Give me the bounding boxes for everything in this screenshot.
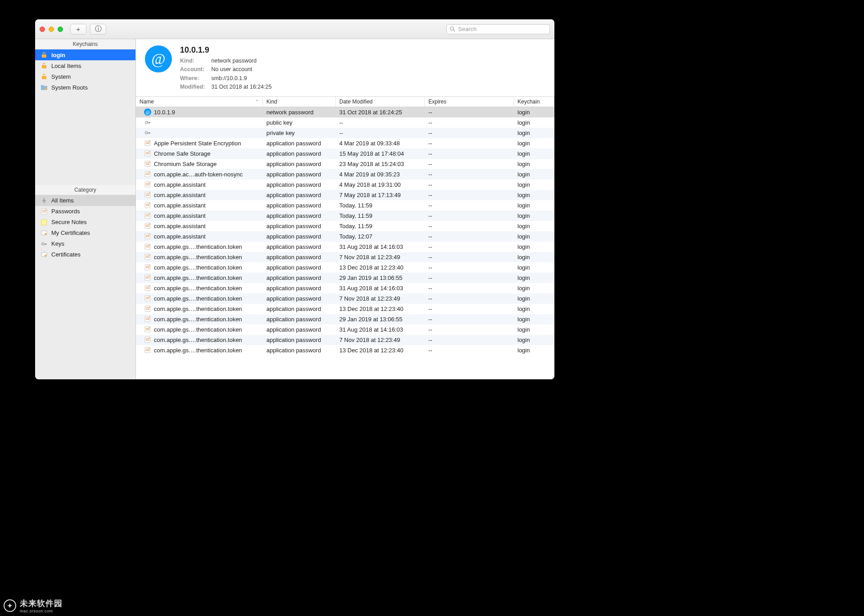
traffic-lights [40, 27, 63, 32]
cert-icon [40, 251, 48, 258]
note-icon [144, 202, 151, 209]
table-row[interactable]: com.apple.gs.…thentication.tokenapplicat… [136, 262, 554, 273]
cell-keychain: login [514, 150, 554, 157]
lock-open-icon [40, 51, 48, 58]
main-pane: @ 10.0.1.9 Kind: network password Accoun… [136, 39, 554, 379]
table-row[interactable]: com.apple.assistantapplication password7… [136, 190, 554, 200]
sticky-icon [40, 219, 48, 226]
cell-keychain: login [514, 171, 554, 178]
cell-name: com.apple.gs.…thentication.token [154, 316, 242, 323]
table-body[interactable]: @10.0.1.9network password31 Oct 2018 at … [136, 107, 554, 380]
cell-name: Chrome Safe Storage [154, 150, 211, 157]
cell-kind: application password [263, 192, 336, 198]
cell-keychain: login [514, 233, 554, 240]
category-item-my-certificates[interactable]: My Certificates [35, 228, 135, 238]
cell-name: com.apple.gs.…thentication.token [154, 274, 242, 281]
keychain-item-login[interactable]: login [35, 49, 135, 60]
cell-kind: application password [263, 254, 336, 261]
search-field[interactable]: Search [446, 24, 550, 34]
cell-kind: application password [263, 212, 336, 219]
cell-kind: application password [263, 264, 336, 271]
col-expires[interactable]: Expires [425, 97, 514, 107]
lock-open-icon [40, 62, 48, 69]
table-row[interactable]: com.apple.gs.…thentication.tokenapplicat… [136, 242, 554, 252]
category-item-label: Keys [51, 240, 64, 247]
add-item-button[interactable]: + [70, 24, 86, 35]
table-row[interactable]: com.apple.gs.…thentication.tokenapplicat… [136, 273, 554, 283]
kind-value: network password [211, 58, 256, 64]
cell-name: com.apple.assistant [154, 192, 206, 198]
cell-date: Today, 11:59 [336, 223, 425, 229]
cell-date: 7 Nov 2018 at 12:23:49 [336, 337, 425, 343]
col-keychain[interactable]: Keychain [514, 97, 554, 107]
category-item-keys[interactable]: Keys [35, 238, 135, 249]
col-date[interactable]: Date Modified [336, 97, 425, 107]
zoom-window-button[interactable] [58, 27, 63, 32]
table-row[interactable]: Apple Persistent State Encryptionapplica… [136, 138, 554, 148]
note-icon [144, 171, 151, 178]
category-item-secure-notes[interactable]: Secure Notes [35, 217, 135, 228]
table-row[interactable]: private key----login [136, 128, 554, 138]
table-row[interactable]: com.apple.gs.…thentication.tokenapplicat… [136, 345, 554, 355]
table-row[interactable]: com.apple.gs.…thentication.tokenapplicat… [136, 252, 554, 262]
at-icon: @ [145, 45, 172, 72]
sort-asc-icon: ⌃ [255, 99, 259, 104]
table-row[interactable]: com.apple.assistantapplication passwordT… [136, 200, 554, 211]
table-row[interactable]: @10.0.1.9network password31 Oct 2018 at … [136, 107, 554, 117]
info-button[interactable]: ⓘ [90, 24, 106, 35]
keychain-item-system[interactable]: System [35, 71, 135, 82]
table-row[interactable]: public key----login [136, 117, 554, 128]
table-row[interactable]: com.apple.gs.…thentication.tokenapplicat… [136, 293, 554, 304]
note-icon [144, 150, 151, 157]
cell-date: -- [336, 119, 425, 126]
keychain-item-system-roots[interactable]: System Roots [35, 82, 135, 93]
note-icon [144, 264, 151, 271]
table-row[interactable]: com.apple.gs.…thentication.tokenapplicat… [136, 283, 554, 293]
cell-name: com.apple.assistant [154, 212, 206, 219]
category-header: Category [35, 185, 135, 195]
note-icon [144, 233, 151, 240]
categories-list: All ItemsPasswordsSecure NotesMy Certifi… [35, 195, 135, 379]
table-row[interactable]: Chrome Safe Storageapplication password1… [136, 148, 554, 159]
table-row[interactable]: Chromium Safe Storageapplication passwor… [136, 159, 554, 169]
table-row[interactable]: com.apple.assistantapplication passwordT… [136, 211, 554, 221]
cell-kind: application password [263, 181, 336, 188]
note-icon [144, 139, 151, 147]
svg-rect-3 [41, 85, 44, 86]
table-row[interactable]: com.apple.assistantapplication password4… [136, 180, 554, 190]
table-row[interactable]: com.apple.gs.…thentication.tokenapplicat… [136, 314, 554, 324]
category-item-passwords[interactable]: Passwords [35, 206, 135, 217]
key-icon [40, 240, 48, 247]
svg-point-15 [145, 131, 148, 134]
table-row[interactable]: com.apple.assistantapplication passwordT… [136, 231, 554, 242]
col-name[interactable]: Name⌃ [136, 97, 263, 107]
cell-kind: application password [263, 150, 336, 157]
keychain-item-label: login [51, 52, 65, 58]
cell-date: 31 Aug 2018 at 14:16:03 [336, 285, 425, 292]
cell-name: com.apple.gs.…thentication.token [154, 337, 242, 343]
cell-keychain: login [514, 212, 554, 219]
cell-date: 7 Nov 2018 at 12:23:49 [336, 295, 425, 302]
keychain-item-local-items[interactable]: Local Items [35, 60, 135, 71]
category-item-certificates[interactable]: Certificates [35, 249, 135, 260]
modified-label: Modified: [180, 83, 210, 91]
minimize-window-button[interactable] [49, 27, 54, 32]
table-row[interactable]: com.apple.ac…auth-token-nosyncapplicatio… [136, 169, 554, 180]
cell-keychain: login [514, 254, 554, 261]
search-icon [450, 26, 455, 32]
table-row[interactable]: com.apple.gs.…thentication.tokenapplicat… [136, 304, 554, 314]
cell-keychain: login [514, 140, 554, 147]
category-item-label: Passwords [51, 208, 80, 215]
cell-name: com.apple.assistant [154, 181, 206, 188]
cell-kind: application password [263, 306, 336, 312]
col-kind[interactable]: Kind [263, 97, 336, 107]
cell-keychain: login [514, 202, 554, 209]
cell-date: 7 Nov 2018 at 12:23:49 [336, 254, 425, 261]
table-row[interactable]: com.apple.gs.…thentication.tokenapplicat… [136, 335, 554, 345]
table-row[interactable]: com.apple.assistantapplication passwordT… [136, 221, 554, 231]
cell-kind: network password [263, 109, 336, 116]
close-window-button[interactable] [40, 27, 45, 32]
table-row[interactable]: com.apple.gs.…thentication.tokenapplicat… [136, 324, 554, 335]
category-item-all-items[interactable]: All Items [35, 195, 135, 206]
cell-keychain: login [514, 316, 554, 323]
